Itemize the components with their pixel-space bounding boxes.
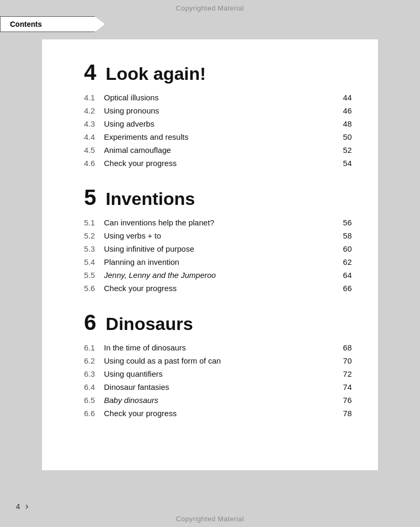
toc-item-title-6.2: Using could as a past form of can	[104, 356, 336, 365]
toc-row-5.1: 5.1Can inventions help the planet?56	[84, 216, 352, 229]
toc-item-title-5.4: Planning an invention	[104, 257, 336, 266]
toc-row-4.1: 4.1Optical illusions44	[84, 91, 352, 104]
bottom-bar: 4 › Copyrighted Material	[0, 495, 420, 527]
toc-item-title-4.5: Animal camouflage	[104, 146, 336, 154]
bottom-copyright: Copyrighted Material	[0, 512, 420, 523]
toc-item-page-5.4: 62	[336, 257, 352, 266]
toc-item-num-6.4: 6.4	[84, 383, 104, 391]
top-copyright: Copyrighted Material	[176, 4, 244, 12]
top-bar: Copyrighted Material	[0, 0, 420, 16]
toc-item-num-4.1: 4.1	[84, 93, 104, 102]
toc-item-num-4.6: 4.6	[84, 159, 104, 168]
toc-item-num-6.6: 6.6	[84, 409, 104, 418]
toc-item-title-4.2: Using pronouns	[104, 106, 336, 115]
toc-row-6.1: 6.1In the time of dinosaurs68	[84, 341, 352, 354]
toc-item-page-4.1: 44	[336, 93, 352, 102]
contents-tab: Contents	[0, 16, 105, 32]
toc-item-title-4.3: Using adverbs	[104, 119, 336, 128]
toc-item-page-5.5: 64	[336, 271, 352, 280]
toc-item-num-5.2: 5.2	[84, 231, 104, 240]
toc-item-page-6.5: 76	[336, 396, 352, 405]
chevron-right-icon: ›	[25, 501, 28, 512]
toc-item-num-5.3: 5.3	[84, 244, 104, 253]
toc-item-title-6.5: Baby dinosaurs	[104, 396, 336, 405]
toc-row-5.4: 5.4Planning an invention62	[84, 255, 352, 268]
toc-item-page-5.6: 66	[336, 284, 352, 293]
chapter-title-4: Look again!	[106, 65, 206, 82]
toc-row-5.5: 5.5Jenny, Lenny and the Jumperoo64	[84, 268, 352, 282]
toc-item-num-4.3: 4.3	[84, 119, 104, 128]
toc-item-page-6.6: 78	[336, 409, 352, 418]
toc-row-6.2: 6.2Using could as a past form of can70	[84, 354, 352, 367]
toc-row-5.6: 5.6Check your progress66	[84, 282, 352, 295]
toc-item-page-4.6: 54	[336, 159, 352, 168]
chapter-number-5: 5	[84, 187, 96, 209]
toc-item-page-6.2: 70	[336, 356, 352, 365]
chapter-number-6: 6	[84, 312, 96, 334]
chapter-title-5: Inventions	[106, 190, 195, 208]
toc-row-6.3: 6.3Using quantifiers72	[84, 367, 352, 380]
contents-tab-row: Contents	[0, 16, 420, 32]
toc-item-page-4.4: 50	[336, 132, 352, 141]
toc-item-num-6.5: 6.5	[84, 396, 104, 405]
toc-row-6.4: 6.4Dinosaur fantasies74	[84, 380, 352, 394]
toc-row-4.5: 4.5Animal camouflage52	[84, 143, 352, 157]
toc-row-4.4: 4.4Experiments and results50	[84, 130, 352, 143]
chapter-title-6: Dinosaurs	[106, 315, 193, 333]
toc-item-num-5.5: 5.5	[84, 271, 104, 280]
toc-item-page-5.3: 60	[336, 244, 352, 253]
chapter-spacer	[84, 170, 352, 181]
toc-item-title-4.6: Check your progress	[104, 159, 336, 168]
toc-item-num-6.2: 6.2	[84, 356, 104, 365]
toc-item-title-4.1: Optical illusions	[104, 93, 336, 102]
toc-item-title-5.2: Using verbs + to	[104, 231, 336, 240]
page-number: 4	[16, 502, 20, 511]
toc-item-num-5.1: 5.1	[84, 218, 104, 227]
toc-item-num-4.2: 4.2	[84, 106, 104, 115]
toc-item-title-5.5: Jenny, Lenny and the Jumperoo	[104, 271, 336, 280]
toc-item-page-6.3: 72	[336, 369, 352, 378]
chapter-heading-5: 5Inventions	[84, 187, 352, 209]
toc-item-page-6.4: 74	[336, 383, 352, 391]
toc-row-6.5: 6.5Baby dinosaurs76	[84, 394, 352, 407]
toc-item-num-5.6: 5.6	[84, 284, 104, 293]
bottom-inner: 4 ›	[0, 501, 420, 512]
toc-row-6.6: 6.6Check your progress78	[84, 407, 352, 420]
toc-row-4.2: 4.2Using pronouns46	[84, 104, 352, 117]
toc-item-title-6.3: Using quantifiers	[104, 369, 336, 378]
toc-item-num-6.1: 6.1	[84, 343, 104, 352]
toc-item-num-5.4: 5.4	[84, 257, 104, 266]
toc-row-4.6: 4.6Check your progress54	[84, 157, 352, 170]
chapter-heading-6: 6Dinosaurs	[84, 312, 352, 334]
toc-row-5.3: 5.3Using infinitive of purpose60	[84, 242, 352, 255]
toc-row-5.2: 5.2Using verbs + to58	[84, 229, 352, 242]
chapter-spacer	[84, 295, 352, 306]
toc-item-page-5.2: 58	[336, 231, 352, 240]
toc-item-title-6.6: Check your progress	[104, 409, 336, 418]
toc-item-page-4.3: 48	[336, 119, 352, 128]
toc-item-num-6.3: 6.3	[84, 369, 104, 378]
main-page: 4Look again!4.1Optical illusions444.2Usi…	[42, 39, 378, 470]
toc-row-4.3: 4.3Using adverbs48	[84, 117, 352, 130]
toc-item-title-5.3: Using infinitive of purpose	[104, 244, 336, 253]
contents-tab-label: Contents	[0, 16, 105, 32]
toc-item-num-4.4: 4.4	[84, 132, 104, 141]
toc-item-title-4.4: Experiments and results	[104, 132, 336, 141]
toc-item-title-6.1: In the time of dinosaurs	[104, 343, 336, 352]
toc-item-page-4.2: 46	[336, 106, 352, 115]
toc-item-title-6.4: Dinosaur fantasies	[104, 383, 336, 391]
toc-item-title-5.1: Can inventions help the planet?	[104, 218, 336, 227]
toc-item-title-5.6: Check your progress	[104, 284, 336, 293]
toc-item-num-4.5: 4.5	[84, 146, 104, 154]
chapter-heading-4: 4Look again!	[84, 61, 352, 84]
toc-item-page-5.1: 56	[336, 218, 352, 227]
toc-item-page-4.5: 52	[336, 146, 352, 154]
chapter-number-4: 4	[84, 61, 96, 84]
toc-item-page-6.1: 68	[336, 343, 352, 352]
